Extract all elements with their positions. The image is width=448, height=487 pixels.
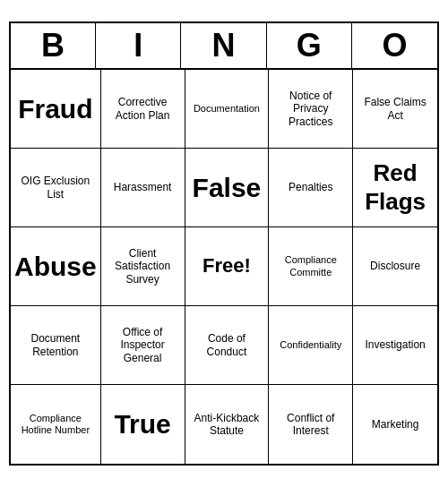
bingo-cell: Free! (185, 227, 270, 306)
bingo-cell: Harassment (101, 149, 185, 227)
bingo-cell: Client Satisfaction Survey (101, 227, 185, 306)
bingo-cell: Anti-Kickback Statute (185, 385, 270, 464)
bingo-cell: Office of Inspector General (101, 306, 185, 385)
bingo-cell: Notice of Privacy Practices (269, 70, 353, 149)
bingo-cell: Code of Conduct (185, 306, 270, 385)
bingo-header: BINGO (11, 23, 437, 70)
header-letter: I (96, 23, 181, 68)
bingo-cell: Abuse (11, 227, 101, 306)
bingo-cell: Disclosure (353, 227, 437, 306)
bingo-cell: Documentation (185, 70, 270, 149)
bingo-cell: Penalties (269, 149, 353, 227)
bingo-cell: Corrective Action Plan (101, 70, 185, 149)
bingo-cell: OIG Exclusion List (11, 149, 101, 227)
header-letter: B (11, 23, 96, 68)
bingo-cell: Compliance Committe (269, 227, 353, 306)
bingo-cell: Document Retention (11, 306, 101, 385)
bingo-cell: Marketing (353, 385, 437, 464)
bingo-cell: False Claims Act (353, 70, 437, 149)
bingo-cell: Red Flags (353, 149, 437, 227)
bingo-cell: Conflict of Interest (269, 385, 353, 464)
header-letter: N (181, 23, 266, 68)
bingo-cell: True (101, 385, 185, 464)
header-letter: O (352, 23, 437, 68)
bingo-cell: Investigation (353, 306, 437, 385)
bingo-card: BINGO FraudCorrective Action PlanDocumen… (9, 21, 439, 466)
bingo-cell: Fraud (11, 70, 101, 149)
bingo-cell: Compliance Hotline Number (11, 385, 101, 464)
header-letter: G (267, 23, 352, 68)
bingo-cell: Confidentiality (269, 306, 353, 385)
bingo-cell: False (185, 149, 270, 227)
bingo-grid: FraudCorrective Action PlanDocumentation… (11, 70, 437, 464)
